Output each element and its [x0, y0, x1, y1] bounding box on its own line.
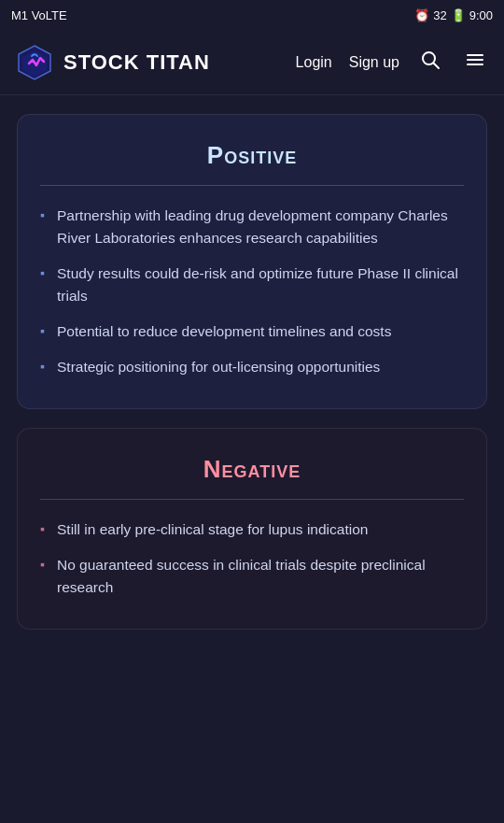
positive-card-title: Positive	[40, 141, 464, 170]
svg-line-1	[434, 64, 440, 69]
nav-links: Login Sign up	[296, 50, 489, 75]
logo-text: STOCK TITAN	[63, 50, 210, 75]
negative-card: Negative Still in early pre-clinical sta…	[17, 428, 487, 630]
list-item: Study results could de-risk and optimize…	[40, 263, 464, 307]
svg-rect-4	[467, 64, 483, 65]
status-bar: M1 VoLTE ⏰ 32 🔋 9:00	[0, 0, 504, 30]
status-right: ⏰ 32 🔋 9:00	[414, 8, 493, 22]
menu-button[interactable]	[461, 50, 489, 75]
navbar: STOCK TITAN Login Sign up	[0, 30, 504, 95]
list-item: Strategic positioning for out-licensing …	[40, 356, 464, 378]
list-item: Partnership with leading drug developmen…	[40, 205, 464, 249]
svg-rect-2	[467, 54, 483, 56]
list-item: No guaranteed success in clinical trials…	[40, 554, 464, 599]
search-button[interactable]	[416, 50, 444, 75]
login-link[interactable]: Login	[296, 54, 332, 71]
positive-divider	[40, 185, 464, 186]
battery-icon: 🔋	[451, 8, 466, 22]
signup-link[interactable]: Sign up	[349, 54, 399, 71]
alarm-icon: ⏰	[414, 8, 429, 22]
main-content: Positive Partnership with leading drug d…	[0, 95, 504, 658]
list-item: Still in early pre-clinical stage for lu…	[40, 518, 464, 541]
list-item: Potential to reduce development timeline…	[40, 320, 464, 343]
logo-area: STOCK TITAN	[15, 43, 296, 82]
positive-list: Partnership with leading drug developmen…	[40, 205, 464, 378]
status-left: M1 VoLTE	[11, 8, 67, 22]
svg-rect-3	[467, 59, 483, 61]
negative-list: Still in early pre-clinical stage for lu…	[40, 518, 464, 599]
time-text: 9:00	[469, 8, 493, 22]
negative-card-title: Negative	[40, 455, 464, 484]
logo-icon	[15, 43, 54, 82]
positive-card: Positive Partnership with leading drug d…	[17, 114, 487, 409]
negative-divider	[40, 499, 464, 500]
hamburger-icon	[465, 50, 485, 70]
search-icon	[420, 50, 441, 70]
battery-text: 32	[433, 8, 446, 22]
carrier-text: M1 VoLTE	[11, 8, 67, 22]
